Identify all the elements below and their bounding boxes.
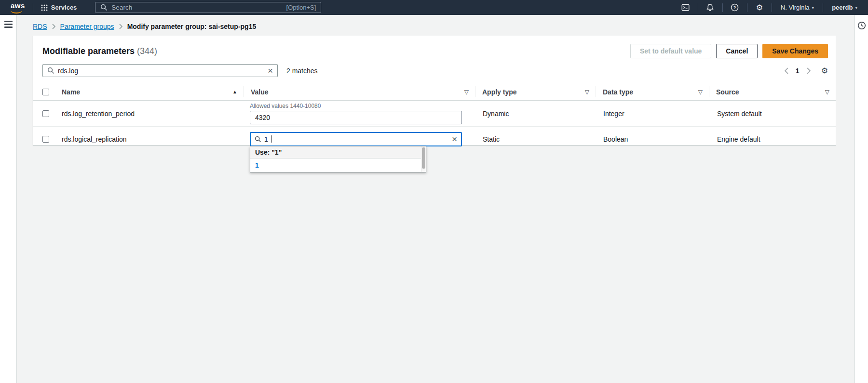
gear-icon: ⚙ [756, 4, 763, 12]
apply-type-cell: Static [475, 135, 596, 143]
right-panel-rail [854, 15, 868, 383]
cancel-button[interactable]: Cancel [716, 44, 758, 58]
caret-down-icon: ▾ [812, 5, 814, 10]
left-nav-rail [0, 15, 17, 383]
search-icon [100, 4, 108, 11]
column-header-source[interactable]: Source ▽ [709, 83, 836, 100]
topbar-divider [722, 3, 723, 12]
bell-icon [706, 3, 714, 12]
hamburger-icon [4, 21, 13, 22]
chevron-left-icon [784, 67, 789, 74]
region-selector[interactable]: N. Virginia ▾ [775, 4, 820, 11]
sort-ascending-icon: ▲ [232, 89, 237, 94]
modifiable-parameters-card: Modifiable parameters(344) Set to defaul… [33, 36, 836, 145]
filter-icon[interactable]: ▽ [464, 89, 469, 95]
column-header-value[interactable]: Value ▽ [244, 83, 475, 100]
chevron-right-icon [119, 24, 123, 29]
column-header-apply-type[interactable]: Apply type ▽ [475, 83, 596, 100]
row-checkbox[interactable] [42, 136, 49, 143]
current-page-number[interactable]: 1 [792, 67, 803, 75]
previous-page-button[interactable] [781, 67, 792, 74]
search-placeholder: Search [111, 4, 132, 11]
settings-button[interactable]: ⚙ [750, 0, 769, 15]
gear-icon: ⚙ [821, 66, 828, 75]
card-header: Modifiable parameters(344) Set to defaul… [33, 36, 836, 58]
console-search-input[interactable]: Search [Option+S] [95, 2, 321, 13]
notifications-button[interactable] [701, 0, 719, 15]
select-all-checkbox[interactable] [42, 89, 49, 95]
filter-icon[interactable]: ▽ [585, 89, 589, 95]
table-header: Name ▲ Value ▽ Apply type ▽ Data type ▽ … [33, 83, 836, 101]
parameter-value-input[interactable] [250, 111, 462, 124]
parameter-name: rds.logical_replication [53, 135, 244, 143]
dropdown-option[interactable]: 1 [250, 158, 421, 172]
filter-icon[interactable]: ▽ [825, 89, 829, 95]
parameter-filter-input[interactable] [58, 67, 264, 75]
use-typed-value-option[interactable]: Use: "1" [250, 146, 421, 158]
help-icon: ? [731, 3, 739, 12]
row-checkbox[interactable] [42, 110, 49, 117]
save-changes-button[interactable]: Save Changes [762, 44, 828, 58]
main-content: RDS Parameter groups Modify parameter gr… [17, 15, 854, 383]
clock-icon[interactable] [857, 21, 866, 30]
combobox-value: 1 [264, 135, 268, 143]
clear-filter-icon[interactable]: × [268, 66, 273, 75]
clear-value-icon[interactable]: × [452, 134, 457, 144]
next-page-button[interactable] [803, 67, 814, 74]
chevron-right-icon [806, 67, 811, 74]
chevron-right-icon [52, 24, 56, 29]
data-type-cell: Integer [596, 110, 709, 118]
services-grid-icon [41, 4, 48, 11]
account-label: peerdb [832, 4, 853, 11]
match-count: 2 matches [286, 67, 318, 75]
topbar-divider [772, 3, 772, 12]
page-title-text: Modifiable parameters [42, 46, 135, 56]
parameter-count: (344) [137, 46, 157, 56]
breadcrumb: RDS Parameter groups Modify parameter gr… [17, 15, 854, 30]
page-title: Modifiable parameters(344) [42, 46, 157, 56]
table-row: rds.logical_replication 1 × Use: "1" [33, 127, 836, 151]
topbar-divider [33, 3, 33, 12]
header-actions: Set to default value Cancel Save Changes [630, 44, 828, 58]
region-label: N. Virginia [781, 4, 810, 11]
breadcrumb-parameter-groups-link[interactable]: Parameter groups [60, 23, 114, 30]
allowed-values-hint: Allowed values 1440-10080 [250, 103, 462, 109]
help-button[interactable]: ? [726, 0, 744, 15]
svg-text:?: ? [733, 5, 736, 10]
column-header-name[interactable]: Name ▲ [53, 83, 244, 100]
table-preferences-button[interactable]: ⚙ [821, 67, 828, 75]
aws-smile-icon [11, 10, 22, 13]
source-cell: Engine default [709, 135, 836, 143]
topbar-divider [747, 3, 747, 12]
table-row: rds.log_retention_period Allowed values … [33, 101, 836, 127]
search-icon [255, 136, 261, 143]
caret-down-icon: ▾ [855, 5, 857, 10]
aws-logo-text: aws [11, 1, 25, 10]
parameter-value-combobox[interactable]: 1 × [250, 132, 462, 146]
services-label: Services [51, 4, 77, 11]
filter-row: × 2 matches 1 ⚙ [42, 64, 828, 77]
data-type-cell: Boolean [596, 135, 709, 143]
search-icon [47, 67, 54, 74]
breadcrumb-current: Modify parameter group: sai-setup-pg15 [127, 23, 257, 30]
console-top-bar: aws Services Search [Option+S] [0, 0, 868, 15]
open-side-navigation-button[interactable] [4, 21, 13, 28]
column-header-data-type[interactable]: Data type ▽ [596, 83, 709, 100]
parameter-name: rds.log_retention_period [53, 110, 244, 118]
set-to-default-button[interactable]: Set to default value [630, 44, 711, 58]
dropdown-scrollbar[interactable] [421, 146, 426, 172]
page: aws Services Search [Option+S] [0, 0, 868, 383]
search-shortcut-hint: [Option+S] [286, 4, 316, 11]
topbar-divider [698, 3, 698, 12]
value-options-dropdown: Use: "1" 1 [250, 146, 426, 172]
pagination: 1 ⚙ [781, 67, 828, 75]
scrollbar-thumb[interactable] [422, 147, 425, 169]
breadcrumb-rds-link[interactable]: RDS [33, 23, 47, 30]
source-cell: System default [709, 110, 836, 118]
account-menu[interactable]: peerdb ▾ [826, 4, 863, 11]
parameter-filter-box: × [42, 64, 278, 77]
aws-logo[interactable]: aws [11, 2, 25, 13]
cloudshell-button[interactable] [677, 0, 695, 15]
filter-icon[interactable]: ▽ [698, 89, 703, 95]
services-menu[interactable]: Services [36, 0, 82, 15]
